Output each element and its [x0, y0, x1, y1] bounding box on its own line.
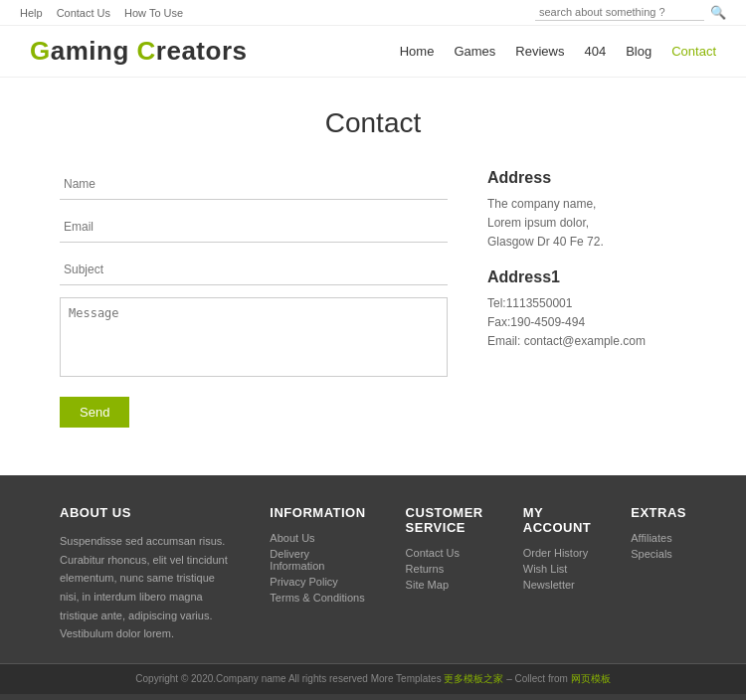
footer-affiliates-link[interactable]: Affiliates [631, 532, 686, 544]
footer-specials-link[interactable]: Specials [631, 548, 686, 560]
footer-top: ABOUT US Suspendisse sed accumsan risus.… [60, 505, 686, 663]
footer-site-map-link[interactable]: Site Map [406, 579, 483, 591]
logo: Gaming Creators [30, 36, 247, 67]
footer-about: ABOUT US Suspendisse sed accumsan risus.… [60, 505, 230, 643]
footer-order-history-link[interactable]: Order History [523, 547, 592, 559]
logo-c: C [137, 36, 156, 66]
top-bar-search: 🔍 [535, 4, 726, 21]
footer-terms-link[interactable]: Terms & Conditions [270, 592, 365, 604]
name-input[interactable] [60, 169, 448, 200]
search-icon[interactable]: 🔍 [710, 5, 726, 20]
nav-contact[interactable]: Contact [671, 44, 716, 59]
footer-about-us-link[interactable]: About Us [270, 532, 365, 544]
footer-customer-service: CUSTOMER SERVICE Contact Us Returns Site… [406, 505, 483, 643]
page-title: Contact [60, 107, 686, 139]
nav-404[interactable]: 404 [584, 44, 606, 59]
nav-reviews[interactable]: Reviews [515, 44, 564, 59]
nav-games[interactable]: Games [454, 44, 495, 59]
footer-extras-title: EXTRAS [631, 505, 686, 520]
copyright-dash: – Collect from [506, 673, 570, 684]
contact-layout: Send Address The company name, Lorem ips… [60, 169, 686, 428]
logo-g: G [30, 36, 51, 66]
nav-home[interactable]: Home [400, 44, 435, 59]
address1-title: Address1 [487, 268, 686, 286]
footer-information-title: INFORMATION [270, 505, 365, 520]
footer-returns-link[interactable]: Returns [406, 563, 483, 575]
address1-details: Tel:1113550001 Fax:190-4509-494 Email: c… [487, 294, 686, 352]
top-bar-links: Help Contact Us How To Use [20, 7, 183, 19]
header: Gaming Creators Home Games Reviews 404 B… [0, 26, 746, 78]
footer-newsletter-link[interactable]: Newsletter [523, 579, 592, 591]
nav-blog[interactable]: Blog [626, 44, 652, 59]
send-button[interactable]: Send [60, 397, 129, 428]
footer-customer-service-title: CUSTOMER SERVICE [406, 505, 483, 535]
footer: ABOUT US Suspendisse sed accumsan risus.… [0, 475, 746, 700]
contact-us-link[interactable]: Contact Us [57, 7, 110, 19]
contact-form: Send [60, 169, 448, 428]
footer-my-account-title: MY ACCOUNT [523, 505, 592, 535]
address-details: The company name, Lorem ipsum dolor, Gla… [487, 195, 686, 253]
footer-delivery-link[interactable]: Delivery Information [270, 548, 365, 572]
footer-contact-us-link[interactable]: Contact Us [406, 547, 483, 559]
message-input[interactable] [60, 297, 448, 377]
footer-extras: EXTRAS Affiliates Specials [631, 505, 686, 643]
footer-about-text: Suspendisse sed accumsan risus. Curabitu… [60, 532, 230, 643]
help-link[interactable]: Help [20, 7, 43, 19]
copyright-link2[interactable]: 网页模板 [571, 673, 611, 684]
copyright-text: Copyright © 2020.Company name All rights… [135, 673, 444, 684]
footer-information: INFORMATION About Us Delivery Informatio… [270, 505, 365, 643]
top-bar: Help Contact Us How To Use 🔍 [0, 0, 746, 26]
footer-privacy-link[interactable]: Privacy Policy [270, 576, 365, 588]
search-input[interactable] [535, 4, 704, 21]
subject-input[interactable] [60, 255, 448, 285]
address-title: Address [487, 169, 686, 187]
how-to-use-link[interactable]: How To Use [124, 7, 183, 19]
footer-bottom: Copyright © 2020.Company name All rights… [0, 663, 746, 694]
email-input[interactable] [60, 212, 448, 243]
copyright-link1[interactable]: 更多模板之家 [444, 673, 503, 684]
main-nav: Home Games Reviews 404 Blog Contact [400, 44, 716, 59]
footer-about-title: ABOUT US [60, 505, 230, 520]
contact-info: Address The company name, Lorem ipsum do… [487, 169, 686, 428]
footer-wish-list-link[interactable]: Wish List [523, 563, 592, 575]
footer-my-account: MY ACCOUNT Order History Wish List Newsl… [523, 505, 592, 643]
main-content: Contact Send Address The company name, L… [0, 78, 746, 475]
